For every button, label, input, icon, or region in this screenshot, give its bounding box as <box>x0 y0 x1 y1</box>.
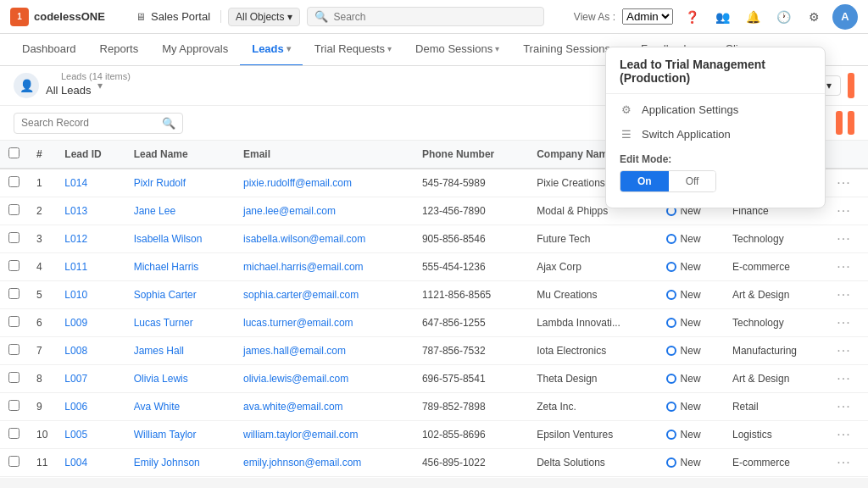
row-checkbox[interactable] <box>8 288 19 299</box>
row-checkbox-cell[interactable] <box>0 365 28 393</box>
row-lead-id[interactable]: L014 <box>56 169 125 197</box>
more-options-icon[interactable]: ··· <box>837 399 850 413</box>
row-lead-name[interactable]: Michael Harris <box>125 253 235 281</box>
row-more[interactable]: ··· <box>828 449 868 477</box>
row-lead-id[interactable]: L010 <box>56 281 125 309</box>
lead-id-link[interactable]: L012 <box>64 233 87 245</box>
email-link[interactable]: olivia.lewis@email.com <box>243 373 348 385</box>
row-email[interactable]: michael.harris@email.com <box>235 253 414 281</box>
row-checkbox-cell[interactable] <box>0 421 28 449</box>
row-checkbox[interactable] <box>8 428 19 439</box>
row-lead-id[interactable]: L008 <box>56 337 125 365</box>
app-settings-item[interactable]: ⚙ Application Settings <box>606 97 825 122</box>
lead-id-link[interactable]: L011 <box>64 261 87 273</box>
lead-name-link[interactable]: Sophia Carter <box>134 289 197 301</box>
more-options-icon[interactable]: ··· <box>837 315 850 330</box>
row-lead-id[interactable]: L003 <box>56 477 125 479</box>
row-more[interactable]: ··· <box>828 225 868 253</box>
search-input[interactable] <box>333 11 537 23</box>
email-link[interactable]: lucas.turner@email.com <box>243 317 353 329</box>
row-lead-name[interactable]: Olivia Lewis <box>125 365 235 393</box>
row-checkbox[interactable] <box>8 456 19 467</box>
row-email[interactable]: jane.lee@email.com <box>235 197 414 225</box>
action-button-orange[interactable] <box>848 73 854 98</box>
row-email[interactable]: olivia.lewis@email.com <box>235 365 414 393</box>
row-lead-id[interactable]: L013 <box>56 197 125 225</box>
row-checkbox-cell[interactable] <box>0 253 28 281</box>
row-more[interactable]: ··· <box>828 477 868 479</box>
row-checkbox-cell[interactable] <box>0 449 28 477</box>
row-lead-id[interactable]: L007 <box>56 365 125 393</box>
avatar[interactable]: A <box>832 4 858 30</box>
row-email[interactable]: william.taylor@email.com <box>235 421 414 449</box>
row-lead-name[interactable]: Ava White <box>125 393 235 421</box>
row-more[interactable]: ··· <box>828 393 868 421</box>
row-email[interactable]: james.hall@email.com <box>235 337 414 365</box>
row-checkbox[interactable] <box>8 204 19 215</box>
nav-item-trial[interactable]: Trial Requests ▾ <box>303 34 403 66</box>
more-options-icon[interactable]: ··· <box>837 287 850 302</box>
help-icon[interactable]: ❓ <box>680 5 704 29</box>
chevron-down-icon[interactable]: ▾ <box>97 80 103 92</box>
row-checkbox-cell[interactable] <box>0 225 28 253</box>
row-checkbox-cell[interactable] <box>0 393 28 421</box>
toggle-on-button[interactable]: On <box>620 171 669 191</box>
row-checkbox-cell[interactable] <box>0 309 28 337</box>
more-options-icon[interactable]: ··· <box>837 455 850 469</box>
lead-id-link[interactable]: L010 <box>64 289 87 301</box>
lead-name-link[interactable]: Lucas Turner <box>134 317 193 329</box>
email-link[interactable]: pixie.rudolff@email.com <box>243 177 352 189</box>
row-email[interactable]: ava.white@email.com <box>235 393 414 421</box>
lead-id-link[interactable]: L014 <box>64 177 87 189</box>
settings-icon[interactable]: ⚙ <box>802 5 826 29</box>
row-checkbox[interactable] <box>8 400 19 411</box>
lead-id-link[interactable]: L005 <box>64 429 87 441</box>
lead-id-link[interactable]: L006 <box>64 401 87 413</box>
lead-name-link[interactable]: Emily Johnson <box>134 457 200 469</box>
lead-id-link[interactable]: L009 <box>64 317 87 329</box>
row-more[interactable]: ··· <box>828 421 868 449</box>
email-link[interactable]: michael.harris@email.com <box>243 261 364 273</box>
row-checkbox[interactable] <box>8 232 19 243</box>
row-email[interactable]: pixie.rudolff@email.com <box>235 169 414 197</box>
row-more[interactable]: ··· <box>828 337 868 365</box>
nav-item-approvals[interactable]: My Approvals <box>150 34 240 66</box>
more-options-icon[interactable]: ··· <box>837 371 850 385</box>
select-all-header[interactable] <box>0 141 28 169</box>
row-email[interactable]: isabella.wilson@email.com <box>235 225 414 253</box>
more-options-icon[interactable]: ··· <box>837 175 850 190</box>
history-icon[interactable]: 🕐 <box>771 5 795 29</box>
lead-name-link[interactable]: James Hall <box>134 345 184 357</box>
users-icon[interactable]: 👥 <box>710 5 734 29</box>
row-more[interactable]: ··· <box>828 253 868 281</box>
more-options-icon[interactable]: ··· <box>837 259 850 274</box>
row-lead-name[interactable]: Robert Brown <box>125 477 235 479</box>
email-link[interactable]: sophia.carter@email.com <box>243 289 359 301</box>
row-checkbox[interactable] <box>8 372 19 383</box>
more-options-icon[interactable]: ··· <box>837 427 850 441</box>
lead-name-link[interactable]: Pixlr Rudolf <box>134 177 186 189</box>
row-checkbox[interactable] <box>8 176 19 187</box>
row-checkbox[interactable] <box>8 260 19 271</box>
nav-item-demo[interactable]: Demo Sessions ▾ <box>403 34 511 66</box>
row-lead-id[interactable]: L009 <box>56 309 125 337</box>
row-email[interactable]: lucas.turner@email.com <box>235 309 414 337</box>
row-lead-name[interactable]: James Hall <box>125 337 235 365</box>
nav-item-dashboard[interactable]: Dashboard <box>10 34 88 66</box>
row-more[interactable]: ··· <box>828 169 868 197</box>
switch-app-item[interactable]: ☰ Switch Application <box>606 122 825 147</box>
more-options-icon[interactable]: ··· <box>837 343 850 358</box>
search-bar[interactable]: 🔍 <box>307 7 544 26</box>
row-checkbox-cell[interactable] <box>0 281 28 309</box>
row-more[interactable]: ··· <box>828 365 868 393</box>
toolbar-action-2[interactable] <box>848 111 854 135</box>
row-checkbox[interactable] <box>8 344 19 355</box>
lead-id-link[interactable]: L007 <box>64 373 87 385</box>
lead-name-link[interactable]: Michael Harris <box>134 261 199 273</box>
row-checkbox[interactable] <box>8 316 19 327</box>
email-link[interactable]: ava.white@email.com <box>243 401 343 413</box>
row-checkbox-cell[interactable] <box>0 197 28 225</box>
email-link[interactable]: emily.johnson@email.com <box>243 457 361 469</box>
email-link[interactable]: isabella.wilson@email.com <box>243 233 365 245</box>
row-lead-name[interactable]: Sophia Carter <box>125 281 235 309</box>
